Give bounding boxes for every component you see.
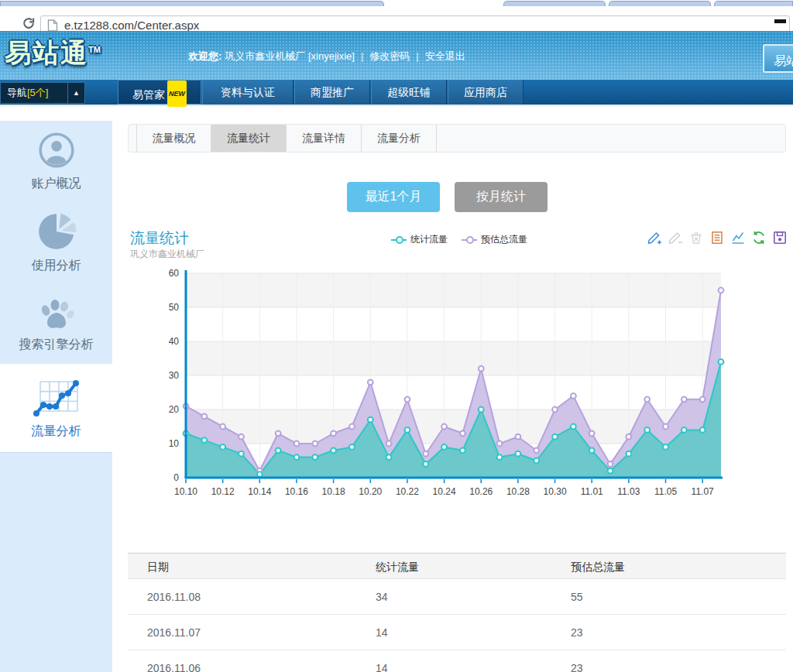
logout-link[interactable]: 安全退出 xyxy=(425,50,465,62)
sidebar-item-search-engine-analysis[interactable]: 搜索引擎分析 xyxy=(0,283,112,364)
traffic-table: 日期 统计流量 预估总流量 2016.11.08 34 55 2016.11.0… xyxy=(128,553,786,672)
data-view-icon[interactable] xyxy=(709,230,725,245)
paw-icon xyxy=(36,293,77,331)
svg-text:20: 20 xyxy=(169,404,180,415)
tab-traffic-analysis[interactable]: 流量分析 xyxy=(362,125,437,152)
legend-marker-purple-icon xyxy=(462,239,477,241)
welcome-label: 欢迎您: xyxy=(188,50,221,62)
table-row[interactable]: 2016.11.06 14 23 xyxy=(128,650,786,672)
sidebar-item-traffic-analysis[interactable]: 流量分析 xyxy=(0,364,112,452)
url-text: e.tz1288.com/Center.aspx xyxy=(64,19,199,32)
save-image-icon[interactable] xyxy=(772,230,788,245)
legend-item-estimated-total-traffic[interactable]: 预估总流量 xyxy=(462,233,527,246)
browser-tab[interactable] xyxy=(609,1,711,6)
svg-text:10.20: 10.20 xyxy=(359,486,382,497)
nav-item-yiguanjia[interactable]: 易管家NEW xyxy=(118,80,201,105)
svg-text:50: 50 xyxy=(169,302,180,313)
svg-text:11.07: 11.07 xyxy=(692,486,714,497)
svg-text:10.12: 10.12 xyxy=(211,486,235,497)
svg-text:10: 10 xyxy=(169,438,180,449)
reload-icon[interactable] xyxy=(22,16,36,30)
welcome-bar: 欢迎您:巩义市鑫业机械厂 [xinyejixie]|修改密码|安全退出 xyxy=(188,50,465,63)
chart-subtitle: 巩义市鑫业机械厂 xyxy=(130,248,204,261)
tab-traffic-details[interactable]: 流量详情 xyxy=(287,125,362,152)
svg-text:10.22: 10.22 xyxy=(396,486,419,497)
browser-tab[interactable] xyxy=(714,1,793,6)
legend-item-statistical-traffic[interactable]: 统计流量 xyxy=(391,233,448,246)
chart-title: 流量统计 xyxy=(130,228,189,249)
svg-text:40: 40 xyxy=(169,336,180,347)
chart-toolbox xyxy=(647,230,788,245)
browser-tab[interactable] xyxy=(503,1,606,6)
nav-count: [5个] xyxy=(27,87,48,98)
tab-traffic-overview[interactable]: 流量概况 xyxy=(136,125,211,152)
by-month-button[interactable]: 按月统计 xyxy=(455,182,548,212)
svg-text:11.01: 11.01 xyxy=(581,486,603,497)
sidebar-item-usage-analysis[interactable]: 使用分析 xyxy=(0,202,112,283)
nav-item-alliance[interactable]: 商盟推广 xyxy=(294,80,370,105)
svg-text:11.05: 11.05 xyxy=(654,486,677,497)
site-logo[interactable]: 易站通TM xyxy=(5,36,101,71)
recent-month-button[interactable]: 最近1个月 xyxy=(347,182,440,212)
page-icon xyxy=(47,19,58,32)
sidebar-item-account-overview[interactable]: 账户概况 xyxy=(0,121,112,202)
col-header-date: 日期 xyxy=(147,554,169,580)
svg-text:10.14: 10.14 xyxy=(248,486,271,497)
mark-pencil-remove-icon[interactable] xyxy=(668,230,683,245)
new-badge: NEW xyxy=(167,81,187,107)
svg-text:10.16: 10.16 xyxy=(285,486,308,497)
corner-button[interactable]: 易站 xyxy=(763,44,793,73)
traffic-tab-bar: 流量概况 流量统计 流量详情 流量分析 xyxy=(128,124,786,153)
svg-text:30: 30 xyxy=(169,370,180,381)
legend-marker-teal-icon xyxy=(391,239,407,241)
col-header-statistical-traffic: 统计流量 xyxy=(376,554,419,580)
back-arrow-icon[interactable]: ‹ xyxy=(0,15,1,32)
svg-text:60: 60 xyxy=(169,268,180,279)
user-icon xyxy=(37,131,76,170)
browser-address-row: ‹ e.tz1288.com/Center.aspx xyxy=(0,6,793,31)
refresh-icon[interactable] xyxy=(751,230,767,245)
table-row[interactable]: 2016.11.07 14 23 xyxy=(128,615,786,650)
nav-item-appstore[interactable]: 应用商店 xyxy=(448,80,524,105)
table-header-row: 日期 统计流量 预估总流量 xyxy=(128,553,786,579)
svg-text:10.18: 10.18 xyxy=(322,486,345,497)
pie-chart-icon xyxy=(36,211,77,252)
traffic-area-chart[interactable]: 10.1010.1210.1410.1610.1810.2010.2210.24… xyxy=(125,267,791,499)
svg-text:10.24: 10.24 xyxy=(433,486,456,497)
collapse-arrow-icon[interactable]: ▲ xyxy=(67,83,84,103)
svg-text:11.03: 11.03 xyxy=(617,486,640,497)
line-chart-icon xyxy=(33,377,81,419)
mark-pencil-add-icon[interactable] xyxy=(647,230,662,245)
clear-marks-trash-icon[interactable] xyxy=(688,230,704,245)
main-nav: 导航[5个] ▲ 易管家NEW 资料与认证 商盟推广 超级旺铺 应用商店 xyxy=(0,80,793,106)
nav-item-shop[interactable]: 超级旺铺 xyxy=(371,80,447,105)
tab-traffic-statistics[interactable]: 流量统计 xyxy=(211,125,287,152)
nav-toggle[interactable]: 导航[5个] ▲ xyxy=(0,82,85,104)
change-password-link[interactable]: 修改密码 xyxy=(369,50,410,62)
chart-legend: 统计流量 预估总流量 xyxy=(391,233,527,246)
sidebar-group-top: 账户概况 使用分析 搜索引擎分析 xyxy=(0,121,112,364)
site-header: 易站通TM 欢迎您:巩义市鑫业机械厂 [xinyejixie]|修改密码|安全退… xyxy=(0,31,793,80)
logo-tm-mark: TM xyxy=(88,45,101,54)
company-name: 巩义市鑫业机械厂 [xinyejixie] xyxy=(225,50,355,62)
browser-tab[interactable] xyxy=(0,1,384,6)
col-header-estimated-total: 预估总流量 xyxy=(571,554,625,580)
svg-text:0: 0 xyxy=(173,472,179,483)
sidebar-group-bottom xyxy=(0,452,112,672)
nav-item-credentials[interactable]: 资料与认证 xyxy=(202,80,294,105)
svg-text:10.10: 10.10 xyxy=(174,486,197,497)
line-chart-toggle-icon[interactable] xyxy=(730,230,746,245)
browser-tab-strip xyxy=(0,0,793,6)
nav-toggle-label: 导航 xyxy=(7,87,27,98)
table-row[interactable]: 2016.11.08 34 55 xyxy=(128,579,786,615)
svg-text:10.28: 10.28 xyxy=(506,486,530,497)
svg-text:10.30: 10.30 xyxy=(544,486,567,497)
svg-text:10.26: 10.26 xyxy=(469,486,493,497)
window-minimize-icon[interactable] xyxy=(774,19,786,23)
